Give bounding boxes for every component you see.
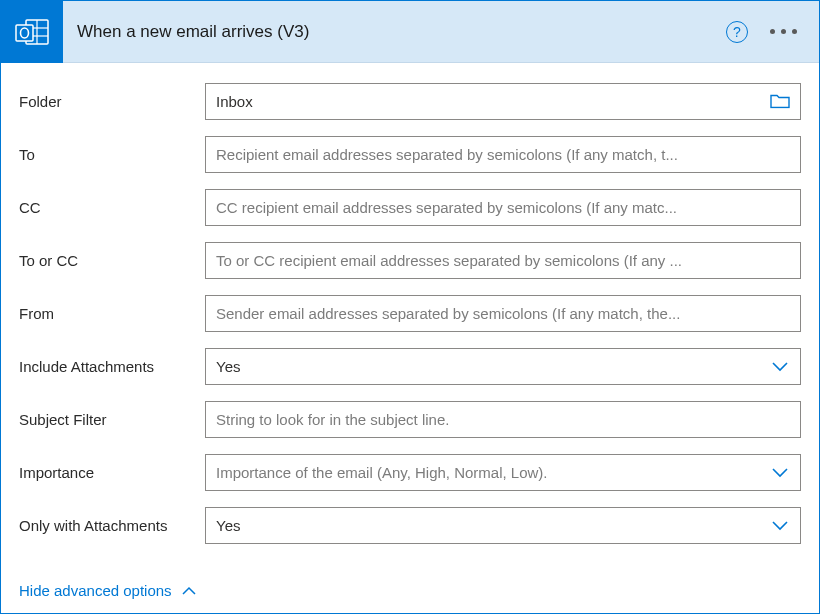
- trigger-card: When a new email arrives (V3) ? Folder I…: [0, 0, 820, 614]
- field-subject-filter[interactable]: String to look for in the subject line.: [205, 401, 801, 438]
- row-to: To Recipient email addresses separated b…: [19, 136, 801, 173]
- card-body: Folder Inbox To Recipient email addresse…: [1, 63, 819, 576]
- row-subject-filter: Subject Filter String to look for in the…: [19, 401, 801, 438]
- from-placeholder: Sender email addresses separated by semi…: [216, 305, 790, 322]
- row-cc: CC CC recipient email addresses separate…: [19, 189, 801, 226]
- to-or-cc-placeholder: To or CC recipient email addresses separ…: [216, 252, 790, 269]
- row-from: From Sender email addresses separated by…: [19, 295, 801, 332]
- to-placeholder: Recipient email addresses separated by s…: [216, 146, 790, 163]
- label-only-with-attachments: Only with Attachments: [19, 517, 205, 534]
- folder-value: Inbox: [216, 93, 762, 110]
- field-folder[interactable]: Inbox: [205, 83, 801, 120]
- label-importance: Importance: [19, 464, 205, 481]
- row-folder: Folder Inbox: [19, 83, 801, 120]
- field-to-or-cc[interactable]: To or CC recipient email addresses separ…: [205, 242, 801, 279]
- help-icon[interactable]: ?: [726, 21, 748, 43]
- cc-placeholder: CC recipient email addresses separated b…: [216, 199, 790, 216]
- label-subject-filter: Subject Filter: [19, 411, 205, 428]
- include-attachments-value: Yes: [216, 358, 762, 375]
- row-include-attachments: Include Attachments Yes: [19, 348, 801, 385]
- row-importance: Importance Importance of the email (Any,…: [19, 454, 801, 491]
- label-folder: Folder: [19, 93, 205, 110]
- label-from: From: [19, 305, 205, 322]
- importance-placeholder: Importance of the email (Any, High, Norm…: [216, 464, 762, 481]
- chevron-up-icon: [182, 586, 196, 595]
- label-to: To: [19, 146, 205, 163]
- chevron-down-icon: [772, 359, 788, 375]
- field-from[interactable]: Sender email addresses separated by semi…: [205, 295, 801, 332]
- card-header: When a new email arrives (V3) ?: [1, 1, 819, 63]
- label-cc: CC: [19, 199, 205, 216]
- chevron-down-icon: [772, 465, 788, 481]
- header-actions: ?: [726, 1, 819, 62]
- connector-icon-box: [1, 1, 63, 63]
- only-with-attachments-value: Yes: [216, 517, 762, 534]
- field-only-with-attachments[interactable]: Yes: [205, 507, 801, 544]
- subject-filter-placeholder: String to look for in the subject line.: [216, 411, 790, 428]
- field-importance[interactable]: Importance of the email (Any, High, Norm…: [205, 454, 801, 491]
- field-include-attachments[interactable]: Yes: [205, 348, 801, 385]
- chevron-down-icon: [772, 518, 788, 534]
- hide-advanced-options-link[interactable]: Hide advanced options: [19, 582, 172, 599]
- label-include-attachments: Include Attachments: [19, 358, 205, 375]
- row-only-with-attachments: Only with Attachments Yes: [19, 507, 801, 544]
- card-title: When a new email arrives (V3): [63, 1, 726, 62]
- folder-picker-icon[interactable]: [770, 92, 790, 111]
- card-footer: Hide advanced options: [1, 576, 819, 613]
- row-to-or-cc: To or CC To or CC recipient email addres…: [19, 242, 801, 279]
- label-to-or-cc: To or CC: [19, 252, 205, 269]
- outlook-icon: [14, 14, 50, 50]
- field-cc[interactable]: CC recipient email addresses separated b…: [205, 189, 801, 226]
- more-menu-icon[interactable]: [770, 29, 797, 34]
- field-to[interactable]: Recipient email addresses separated by s…: [205, 136, 801, 173]
